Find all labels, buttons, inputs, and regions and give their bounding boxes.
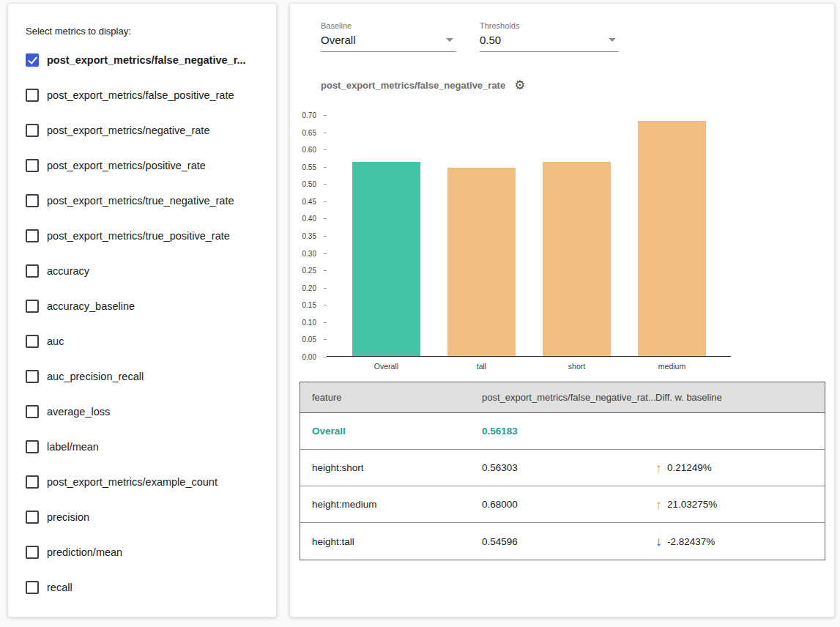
cell-diff: ↑ 0.21249% bbox=[655, 461, 825, 475]
cell-value: 0.56183 bbox=[482, 426, 655, 437]
metric-checkbox[interactable] bbox=[26, 546, 39, 559]
metric-list-item[interactable]: auc_precision_recall bbox=[8, 359, 276, 394]
metric-list-item[interactable]: post_export_metrics/true_positive_rate bbox=[8, 218, 276, 253]
metric-list-item[interactable]: label/mean bbox=[8, 429, 276, 464]
y-tick-mark bbox=[324, 184, 327, 185]
cell-value: 0.54596 bbox=[482, 536, 655, 547]
y-tick-mark bbox=[324, 253, 327, 254]
cell-value: 0.68000 bbox=[482, 499, 655, 510]
results-panel: Baseline Overall Thresholds 0.50 post_ex… bbox=[289, 3, 835, 617]
metric-label: post_export_metrics/example_count bbox=[47, 476, 218, 488]
metric-list-item[interactable]: recall bbox=[8, 570, 276, 605]
diff-text: 0.21249% bbox=[667, 462, 712, 473]
thresholds-dropdown-label: Thresholds bbox=[480, 21, 619, 30]
bar-tall[interactable] bbox=[447, 168, 516, 356]
metric-list-item[interactable]: average_loss bbox=[8, 394, 276, 429]
metrics-select-panel: Select metrics to display: post_export_m… bbox=[7, 3, 277, 617]
chart-title: post_export_metrics/false_negative_rate bbox=[321, 80, 505, 91]
y-tick-label: 0.30 bbox=[302, 250, 316, 258]
cell-diff: ↓ -2.82437% bbox=[655, 535, 825, 548]
x-tick-label: Overall bbox=[352, 362, 420, 371]
chart-header: post_export_metrics/false_negative_rate … bbox=[321, 79, 525, 92]
x-tick-label: medium bbox=[638, 362, 706, 371]
bar-Overall[interactable] bbox=[352, 162, 420, 356]
metric-checkbox[interactable] bbox=[26, 194, 39, 207]
y-axis: 0.700.650.600.550.500.450.400.350.300.25… bbox=[290, 115, 319, 357]
metric-list-item[interactable]: accuracy_baseline bbox=[8, 289, 276, 324]
metric-label: recall bbox=[47, 582, 73, 593]
y-tick-label: 0.55 bbox=[302, 163, 316, 171]
table-row: Overall 0.56183 bbox=[300, 413, 825, 450]
metric-list-item[interactable]: post_export_metrics/false_negative_r... bbox=[8, 42, 276, 78]
metric-list-item[interactable]: prediction/mean bbox=[8, 535, 276, 570]
y-tick-mark bbox=[324, 270, 327, 271]
cell-feature: Overall bbox=[300, 426, 482, 437]
metric-checkbox[interactable] bbox=[26, 440, 39, 453]
fairness-metrics-page: Select metrics to display: post_export_m… bbox=[0, 0, 840, 627]
metric-checkbox[interactable] bbox=[26, 511, 39, 524]
y-tick-label: 0.50 bbox=[302, 180, 316, 188]
bar-short[interactable] bbox=[543, 162, 611, 356]
metric-label: accuracy_baseline bbox=[47, 300, 135, 312]
diff-text: 21.03275% bbox=[667, 499, 717, 510]
cell-diff: ↑ 21.03275% bbox=[655, 498, 825, 511]
table-header-row: feature post_export_metrics/false_negati… bbox=[300, 382, 825, 413]
bar-medium[interactable] bbox=[638, 121, 706, 356]
y-tick-mark bbox=[324, 322, 327, 323]
thresholds-dropdown-value: 0.50 bbox=[480, 34, 501, 46]
metric-checkbox[interactable] bbox=[26, 335, 39, 348]
metric-label: post_export_metrics/false_positive_rate bbox=[47, 89, 234, 101]
metric-list-item[interactable]: post_export_metrics/false_positive_rate bbox=[8, 78, 276, 113]
metric-list-item[interactable]: precision bbox=[8, 500, 276, 535]
gear-icon[interactable]: ⚙ bbox=[514, 79, 525, 92]
col-header-feature: feature bbox=[300, 392, 482, 403]
metric-label: post_export_metrics/true_negative_rate bbox=[47, 195, 234, 207]
down-arrow-icon: ↓ bbox=[655, 535, 662, 548]
up-arrow-icon: ↑ bbox=[655, 461, 662, 475]
metric-checkbox[interactable] bbox=[26, 53, 39, 67]
metric-label: post_export_metrics/negative_rate bbox=[47, 125, 209, 136]
thresholds-dropdown-value-row[interactable]: 0.50 bbox=[480, 34, 619, 52]
baseline-dropdown[interactable]: Baseline Overall bbox=[321, 21, 456, 52]
y-tick-label: 0.25 bbox=[302, 267, 316, 275]
y-tick-label: 0.15 bbox=[302, 301, 316, 309]
x-tick-label: short bbox=[543, 362, 611, 371]
y-tick-label: 0.35 bbox=[302, 232, 316, 240]
metric-checkbox[interactable] bbox=[26, 581, 39, 594]
cell-feature: height:medium bbox=[300, 499, 482, 510]
metric-list-item[interactable]: auc bbox=[8, 324, 276, 359]
metric-checkbox[interactable] bbox=[26, 229, 39, 242]
baseline-dropdown-value-row[interactable]: Overall bbox=[321, 34, 456, 52]
metric-checkbox[interactable] bbox=[26, 264, 39, 278]
metric-list-item[interactable]: post_export_metrics/example_count bbox=[8, 464, 276, 500]
metric-label: label/mean bbox=[47, 441, 99, 453]
y-tick-mark bbox=[324, 288, 327, 289]
metric-label: prediction/mean bbox=[47, 546, 122, 558]
y-tick-mark bbox=[324, 149, 327, 150]
col-header-diff: Diff. w. baseline bbox=[655, 392, 825, 403]
y-tick-label: 0.20 bbox=[302, 284, 316, 292]
thresholds-dropdown[interactable]: Thresholds 0.50 bbox=[480, 21, 619, 52]
metric-list-item[interactable]: post_export_metrics/negative_rate bbox=[8, 113, 276, 148]
metric-checkbox[interactable] bbox=[26, 370, 39, 383]
y-tick-label: 0.10 bbox=[302, 319, 316, 327]
y-tick-mark bbox=[324, 339, 327, 340]
metric-checkbox[interactable] bbox=[26, 89, 39, 102]
metric-checkbox[interactable] bbox=[26, 300, 39, 313]
metric-checkbox[interactable] bbox=[26, 124, 39, 137]
metrics-table: feature post_export_metrics/false_negati… bbox=[300, 382, 825, 560]
metric-label: post_export_metrics/true_positive_rate bbox=[47, 230, 230, 242]
metric-list-item[interactable]: post_export_metrics/positive_rate bbox=[8, 148, 276, 183]
metrics-list: post_export_metrics/false_negative_r... … bbox=[8, 42, 276, 605]
y-tick-label: 0.70 bbox=[302, 111, 316, 119]
metric-checkbox[interactable] bbox=[26, 159, 39, 172]
metric-list-item[interactable]: post_export_metrics/true_negative_rate bbox=[8, 183, 276, 218]
table-row: height:short 0.56303 ↑ 0.21249% bbox=[300, 450, 825, 486]
metrics-panel-title: Select metrics to display: bbox=[26, 26, 131, 37]
metric-checkbox[interactable] bbox=[26, 405, 39, 418]
metric-checkbox[interactable] bbox=[26, 475, 39, 489]
metric-list-item[interactable]: accuracy bbox=[8, 253, 276, 289]
y-tick-label: 0.00 bbox=[302, 353, 316, 361]
plot-area bbox=[327, 115, 731, 357]
y-tick-mark bbox=[324, 218, 327, 219]
